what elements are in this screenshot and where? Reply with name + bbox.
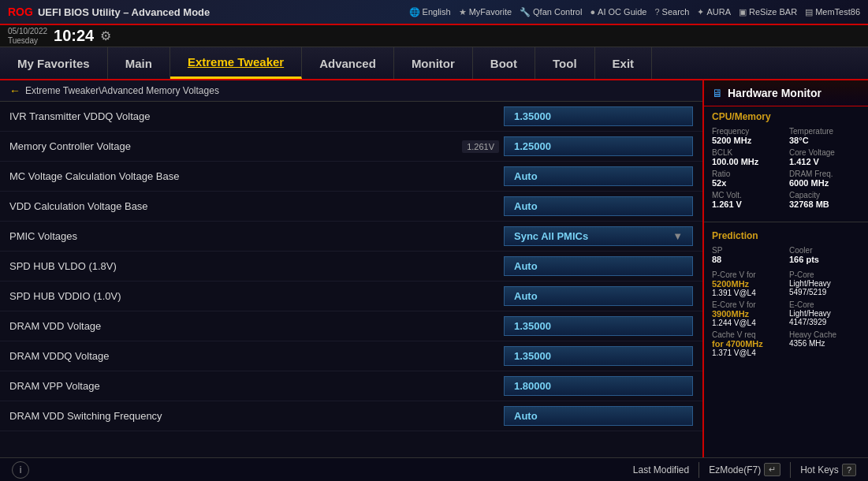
toolbar-myfavorite[interactable]: ★ MyFavorite	[459, 7, 512, 17]
ezmode-button[interactable]: EzMode(F7) ↵	[709, 463, 780, 476]
bottom-section: Last Modified EzMode(F7) ↵ Hot Keys ?	[633, 462, 856, 478]
setting-label: PMIC Voltages	[9, 230, 504, 242]
prediction-row: E-Core V for 3900MHz 1.244 V@L4 E-Core L…	[712, 300, 860, 327]
dropdown-arrow-icon: ▼	[672, 230, 683, 242]
pred-right-label: Heavy Cache	[789, 330, 860, 339]
prediction-right: P-Core Light/Heavy 5497/5219	[789, 270, 860, 297]
setting-value-area: 1.35000	[504, 346, 693, 366]
setting-value-area: 1.80000	[504, 376, 693, 396]
nav-advanced[interactable]: Advanced	[302, 47, 394, 79]
setting-value-area: Sync All PMICs▼	[504, 226, 693, 246]
setting-value-area: 1.35000	[504, 316, 693, 336]
setting-row: MC Voltage Calculation Voltage BaseAuto	[0, 162, 702, 192]
setting-value-area: Auto	[504, 166, 693, 186]
bottom-bar: i Last Modified EzMode(F7) ↵ Hot Keys ?	[0, 457, 868, 481]
setting-input[interactable]: Auto	[504, 286, 693, 306]
setting-row: PMIC VoltagesSync All PMICs▼	[0, 222, 702, 252]
pred-right-val: Light/Heavy	[789, 309, 860, 318]
nav-extreme-tweaker[interactable]: Extreme Tweaker	[170, 47, 302, 79]
toolbar-search-label: Search	[662, 7, 690, 17]
back-arrow-icon[interactable]: ←	[9, 84, 20, 97]
setting-input[interactable]: Sync All PMICs▼	[504, 226, 693, 246]
setting-row: DRAM VDD Voltage1.35000	[0, 311, 702, 341]
toolbar-memtest[interactable]: ▤ MemTest86	[805, 7, 860, 17]
setting-label: SPD HUB VLDO (1.8V)	[9, 260, 504, 272]
setting-label: Memory Controller Voltage	[9, 140, 462, 152]
pred-right-num: 5497/5219	[789, 288, 860, 296]
toolbar-aura[interactable]: ✦ AURA	[697, 7, 731, 17]
setting-label: DRAM VDD Switching Frequency	[9, 410, 504, 422]
top-bar: ROG UEFI BIOS Utility – Advanced Mode 🌐 …	[0, 0, 868, 25]
pred-left-label: E-Core V for	[712, 300, 783, 309]
dropdown-value: Sync All PMICs	[514, 230, 588, 242]
sp-label: SP	[712, 246, 783, 255]
monitor-icon: 🖥	[712, 87, 723, 99]
setting-label: SPD HUB VDDIO (1.0V)	[9, 290, 504, 302]
nav-monitor[interactable]: Monitor	[394, 47, 473, 79]
nav-main[interactable]: Main	[108, 47, 170, 79]
memtest-icon: ▤	[805, 7, 813, 17]
nav-boot[interactable]: Boot	[473, 47, 535, 79]
setting-input[interactable]: Auto	[504, 406, 693, 426]
setting-input[interactable]: 1.80000	[504, 376, 693, 396]
breadcrumb-text: Extreme Tweaker\Advanced Memory Voltages	[25, 85, 219, 96]
hw-metric-cell: MC Volt.1.261 V	[712, 191, 783, 209]
setting-input[interactable]: 1.35000	[504, 346, 693, 366]
pred-right-val: Light/Heavy	[789, 279, 860, 288]
setting-input[interactable]: 1.25000	[504, 136, 693, 156]
bios-title: UEFI BIOS Utility – Advanced Mode	[38, 6, 210, 18]
setting-row: SPD HUB VDDIO (1.0V)Auto	[0, 282, 702, 311]
nav-exit[interactable]: Exit	[595, 47, 653, 79]
aioc-icon: ●	[590, 7, 595, 17]
setting-input[interactable]: 1.35000	[504, 106, 693, 126]
rog-logo: ROG	[8, 6, 33, 18]
pred-left-val: 1.244 V@L4	[712, 319, 783, 327]
pred-right-num: 4147/3929	[789, 318, 860, 326]
main-layout: ← Extreme Tweaker\Advanced Memory Voltag…	[0, 80, 868, 457]
settings-gear-icon[interactable]: ⚙	[100, 28, 111, 43]
hotkeys-label: Hot Keys	[800, 464, 839, 475]
nav-tool[interactable]: Tool	[535, 47, 595, 79]
hw-metric-cell: DRAM Freq.6000 MHz	[789, 170, 860, 188]
toolbar-aioc[interactable]: ● AI OC Guide	[590, 7, 646, 17]
hw-metric-value: 5200 MHz	[712, 136, 783, 145]
hardware-monitor-header: 🖥 Hardware Monitor	[704, 80, 868, 106]
ezmode-label: EzMode(F7)	[709, 464, 761, 475]
setting-input[interactable]: 1.35000	[504, 316, 693, 336]
hw-metric-label: Capacity	[789, 191, 860, 199]
qfan-icon: 🔧	[520, 7, 531, 17]
datetime-date: 05/10/2022 Tuesday	[8, 27, 47, 46]
top-toolbar: 🌐 English ★ MyFavorite 🔧 Qfan Control ● …	[216, 7, 860, 17]
setting-input[interactable]: Auto	[504, 196, 693, 216]
aura-icon: ✦	[697, 7, 704, 17]
hw-metric-value: 6000 MHz	[789, 178, 860, 188]
info-button[interactable]: i	[12, 461, 29, 479]
prediction-row: Cache V req for 4700MHz 1.371 V@L4 Heavy…	[712, 330, 860, 357]
hw-metric-cell: Core Voltage1.412 V	[789, 148, 860, 166]
predictions-container: P-Core V for 5200MHz 1.391 V@L4 P-Core L…	[712, 270, 860, 357]
prediction-section: Prediction SP 88 Cooler 166 pts P-Core V…	[704, 226, 868, 365]
toolbar-qfan[interactable]: 🔧 Qfan Control	[520, 7, 582, 17]
hardware-monitor-title: Hardware Monitor	[728, 87, 821, 99]
hw-metric-label: Ratio	[712, 170, 783, 178]
nav-bar: My Favorites Main Extreme Tweaker Advanc…	[0, 47, 868, 80]
divider-1	[698, 462, 699, 478]
nav-favorites[interactable]: My Favorites	[0, 47, 108, 79]
toolbar-english[interactable]: 🌐 English	[409, 7, 451, 17]
logo-area: ROG UEFI BIOS Utility – Advanced Mode	[8, 6, 210, 18]
datetime-bar: 05/10/2022 Tuesday 10:24 ⚙	[0, 25, 868, 47]
setting-row: SPD HUB VLDO (1.8V)Auto	[0, 252, 702, 282]
cooler-value: 166 pts	[789, 255, 860, 264]
toolbar-search[interactable]: ? Search	[654, 7, 689, 17]
pred-left-val: 1.391 V@L4	[712, 289, 783, 297]
toolbar-memtest-label: MemTest86	[815, 7, 860, 17]
setting-input[interactable]: Auto	[504, 256, 693, 276]
setting-label: MC Voltage Calculation Voltage Base	[9, 170, 504, 182]
setting-input[interactable]: Auto	[504, 166, 693, 186]
sp-label-cell: SP 88	[712, 246, 783, 264]
pred-right-val: 4356 MHz	[789, 339, 860, 348]
last-modified-button[interactable]: Last Modified	[633, 464, 689, 475]
prediction-right: Heavy Cache 4356 MHz	[789, 330, 860, 357]
toolbar-resizebar[interactable]: ▣ ReSize BAR	[739, 7, 797, 17]
hotkeys-button[interactable]: Hot Keys ?	[800, 464, 856, 476]
